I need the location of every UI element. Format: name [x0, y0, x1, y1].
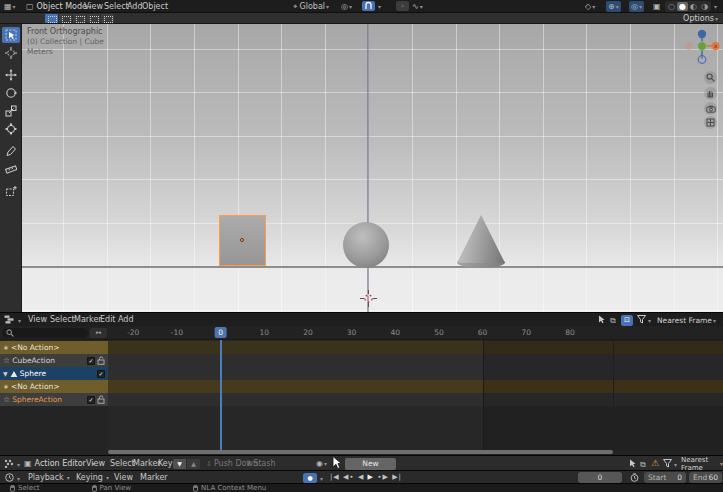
- cursor-tool[interactable]: [2, 45, 20, 61]
- auto-snap-toggle[interactable]: ⊡: [621, 315, 633, 326]
- start-frame-field[interactable]: Start 0: [644, 472, 686, 483]
- shading-material-button[interactable]: ◐: [688, 2, 699, 11]
- options-dropdown[interactable]: Options▾: [683, 13, 718, 24]
- visibility-dropdown[interactable]: ◇▾: [585, 2, 595, 12]
- stash-button[interactable]: ⊼ Stash: [246, 457, 275, 470]
- transform-orientation-dropdown[interactable]: ⌖ Global ▾: [293, 0, 329, 13]
- filter-dropdown[interactable]: ▾: [674, 461, 677, 468]
- shading-solid-button[interactable]: ●: [677, 2, 688, 11]
- timeline-editor-type-icon[interactable]: [5, 473, 14, 482]
- ruler-tick[interactable]: -20: [127, 328, 139, 337]
- ae-menu-key[interactable]: Key: [156, 457, 175, 470]
- annotate-tool[interactable]: [2, 143, 20, 159]
- playhead[interactable]: [220, 340, 222, 450]
- ruler-tick[interactable]: 40: [390, 328, 400, 337]
- falloff-dropdown[interactable]: ∿▾: [412, 2, 423, 12]
- nla-track-channel[interactable]: ∗ <No Action>: [0, 341, 108, 354]
- nla-snap-dropdown[interactable]: Nearest Frame▾: [657, 313, 716, 327]
- nla-menu-add[interactable]: Add: [116, 313, 136, 327]
- filter-icon[interactable]: [637, 315, 646, 324]
- snap-toggle[interactable]: [362, 1, 375, 11]
- zoom-button[interactable]: [704, 71, 717, 84]
- ruler-tick[interactable]: 30: [347, 328, 357, 337]
- jump-to-end-button[interactable]: ▶|: [392, 473, 402, 481]
- move-tool[interactable]: [2, 67, 20, 83]
- nla-select-cursor-icon[interactable]: [598, 315, 606, 324]
- add-primitive-tool[interactable]: [2, 183, 20, 199]
- expand-triangle-icon[interactable]: ▼: [3, 370, 8, 377]
- perspective-toggle-button[interactable]: [704, 116, 717, 129]
- preview-range-toggle[interactable]: [630, 473, 639, 482]
- select-mode-intersect-button[interactable]: [101, 14, 114, 23]
- channel-checkbox[interactable]: ✓: [87, 396, 95, 404]
- auto-keying-toggle[interactable]: ●: [303, 473, 317, 483]
- filter-icon[interactable]: [663, 459, 672, 468]
- nla-ruler[interactable]: ↔ -20-1001020304050607080: [0, 326, 723, 340]
- play-reverse-button[interactable]: ◀: [358, 473, 364, 481]
- next-keyframe-button[interactable]: ∙▶: [377, 473, 389, 481]
- view-frame-icon[interactable]: ⧉: [640, 460, 646, 470]
- snap-settings-dropdown[interactable]: ▾: [377, 2, 381, 12]
- play-button[interactable]: ▶: [368, 473, 374, 481]
- action-browse-icon[interactable]: ◉▾: [316, 459, 327, 469]
- select-mode-set-button[interactable]: [45, 14, 58, 23]
- jump-to-start-button[interactable]: |◀: [330, 473, 340, 481]
- pan-hand-button[interactable]: [704, 87, 717, 100]
- select-mode-subtract-button[interactable]: [73, 14, 86, 23]
- expand-channels-button[interactable]: ↔: [90, 328, 107, 338]
- cone-object[interactable]: [457, 215, 505, 268]
- ruler-tick[interactable]: -10: [171, 328, 183, 337]
- show-gizmos-toggle[interactable]: ⊕▾: [606, 1, 621, 12]
- sphere-object[interactable]: [343, 222, 389, 268]
- channel-search-input[interactable]: [2, 328, 88, 338]
- pivot-point-dropdown[interactable]: ◎▾: [341, 2, 352, 12]
- channel-checkbox[interactable]: ✓: [97, 370, 105, 378]
- editor-type-icon[interactable]: ▦▾: [4, 2, 16, 12]
- proportional-edit-toggle[interactable]: ◦: [396, 1, 409, 11]
- current-frame-indicator[interactable]: 0: [214, 327, 227, 338]
- ae-menu-view[interactable]: View: [84, 457, 107, 470]
- channel-checkbox[interactable]: ✓: [87, 357, 95, 365]
- menu-object[interactable]: Object: [140, 0, 170, 13]
- shading-dropdown[interactable]: ▾: [714, 3, 717, 10]
- end-frame-field[interactable]: End 60: [689, 472, 722, 483]
- horizontal-scrollbar[interactable]: [108, 450, 613, 454]
- action-channel-sphere[interactable]: ☆ SphereAction ✓: [0, 393, 108, 406]
- nla-menu-view[interactable]: View: [26, 313, 49, 327]
- ae-select-cursor-icon[interactable]: [629, 459, 637, 468]
- scale-tool[interactable]: [2, 103, 20, 119]
- prev-keyframe-button[interactable]: ◀∙: [343, 473, 355, 481]
- ruler-tick[interactable]: 10: [259, 328, 269, 337]
- lock-icon[interactable]: [97, 395, 105, 404]
- shading-wireframe-button[interactable]: ○: [666, 2, 677, 11]
- lock-icon[interactable]: [97, 356, 105, 365]
- nla-menu-edit[interactable]: Edit: [98, 313, 118, 327]
- nla-track-channel[interactable]: ∗ <No Action>: [0, 380, 108, 393]
- ae-snap-dropdown[interactable]: Nearest Frame▾: [681, 456, 723, 471]
- camera-view-button[interactable]: [704, 102, 717, 115]
- keying-set-dropdown[interactable]: ▾: [320, 475, 323, 482]
- filter-dropdown[interactable]: ▾: [648, 317, 651, 324]
- rotate-tool[interactable]: [2, 85, 20, 101]
- ruler-tick[interactable]: 20: [303, 328, 313, 337]
- ruler-tick[interactable]: 80: [565, 328, 575, 337]
- shading-rendered-button[interactable]: ◑: [699, 2, 710, 11]
- show-overlays-toggle[interactable]: ◎▾: [629, 1, 644, 12]
- select-box-tool[interactable]: [2, 27, 20, 43]
- xray-toggle[interactable]: ▣: [653, 2, 661, 12]
- navigation-gizmo[interactable]: x: [684, 26, 720, 68]
- 3d-viewport[interactable]: Front Orthographic (0) Collection | Cube…: [0, 24, 723, 312]
- browse-action-down-button[interactable]: ▼: [173, 459, 186, 469]
- current-frame-field[interactable]: 0: [578, 472, 622, 483]
- select-mode-extend-button[interactable]: [59, 14, 72, 23]
- measure-tool[interactable]: [2, 161, 20, 177]
- view-frame-icon[interactable]: ⧉: [610, 316, 616, 326]
- ruler-tick[interactable]: 60: [478, 328, 488, 337]
- ruler-tick[interactable]: 70: [521, 328, 531, 337]
- browse-action-up-button[interactable]: ▲: [187, 459, 200, 469]
- action-channel-cube[interactable]: ☆ CubeAction ✓: [0, 354, 108, 367]
- cube-object[interactable]: [219, 215, 266, 266]
- new-action-button[interactable]: New: [345, 458, 396, 470]
- ruler-tick[interactable]: 50: [434, 328, 444, 337]
- object-channel-sphere[interactable]: ▼ Sphere ✓: [0, 367, 108, 380]
